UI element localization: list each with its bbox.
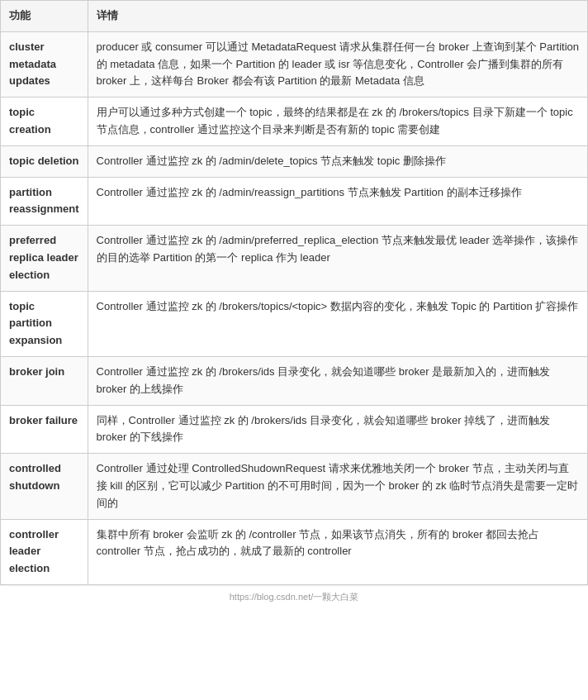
detail-cell: Controller 通过监控 zk 的 /brokers/topics/<to… bbox=[88, 291, 587, 356]
feature-cell: broker failure bbox=[1, 405, 88, 454]
table-row: cluster metadata updatesproducer 或 consu… bbox=[1, 31, 588, 97]
table-row: topic deletionController 通过监控 zk 的 /admi… bbox=[1, 145, 588, 177]
feature-table: 功能 详情 cluster metadata updatesproducer 或… bbox=[0, 0, 588, 585]
table-row: controlled shutdownController 通过处理 Contr… bbox=[1, 454, 588, 519]
table-row: topic creation用户可以通过多种方式创建一个 topic，最终的结果… bbox=[1, 98, 588, 146]
header-detail: 详情 bbox=[88, 1, 587, 32]
detail-cell: 同样，Controller 通过监控 zk 的 /brokers/ids 目录变… bbox=[88, 405, 587, 454]
detail-cell: 用户可以通过多种方式创建一个 topic，最终的结果都是在 zk 的 /brok… bbox=[88, 98, 587, 146]
table-row: broker failure同样，Controller 通过监控 zk 的 /b… bbox=[1, 405, 588, 454]
detail-cell: Controller 通过监控 zk 的 /admin/delete_topic… bbox=[88, 145, 587, 177]
detail-cell: 集群中所有 broker 会监听 zk 的 /controller 节点，如果该… bbox=[88, 519, 587, 584]
table-row: partition reassignmentController 通过监控 zk… bbox=[1, 177, 588, 226]
detail-cell: Controller 通过监控 zk 的 /admin/preferred_re… bbox=[88, 226, 587, 291]
watermark: https://blog.csdn.net/一颗大白菜 bbox=[0, 585, 588, 608]
feature-cell: controller leader election bbox=[1, 519, 88, 584]
table-row: preferred replica leader electionControl… bbox=[1, 226, 588, 291]
header-feature: 功能 bbox=[1, 1, 88, 32]
feature-cell: topic partition expansion bbox=[1, 291, 88, 356]
feature-cell: controlled shutdown bbox=[1, 454, 88, 519]
detail-cell: producer 或 consumer 可以通过 MetadataRequest… bbox=[88, 31, 587, 97]
table-row: broker joinController 通过监控 zk 的 /brokers… bbox=[1, 356, 588, 405]
table-row: topic partition expansionController 通过监控… bbox=[1, 291, 588, 356]
detail-cell: Controller 通过处理 ControlledShudownRequest… bbox=[88, 454, 587, 519]
feature-cell: cluster metadata updates bbox=[1, 31, 88, 97]
feature-cell: partition reassignment bbox=[1, 177, 88, 226]
feature-cell: topic creation bbox=[1, 98, 88, 146]
table-row: controller leader election集群中所有 broker 会… bbox=[1, 519, 588, 584]
detail-cell: Controller 通过监控 zk 的 /brokers/ids 目录变化，就… bbox=[88, 356, 587, 405]
feature-cell: topic deletion bbox=[1, 145, 88, 177]
feature-cell: broker join bbox=[1, 356, 88, 405]
feature-cell: preferred replica leader election bbox=[1, 226, 88, 291]
detail-cell: Controller 通过监控 zk 的 /admin/reassign_par… bbox=[88, 177, 587, 226]
